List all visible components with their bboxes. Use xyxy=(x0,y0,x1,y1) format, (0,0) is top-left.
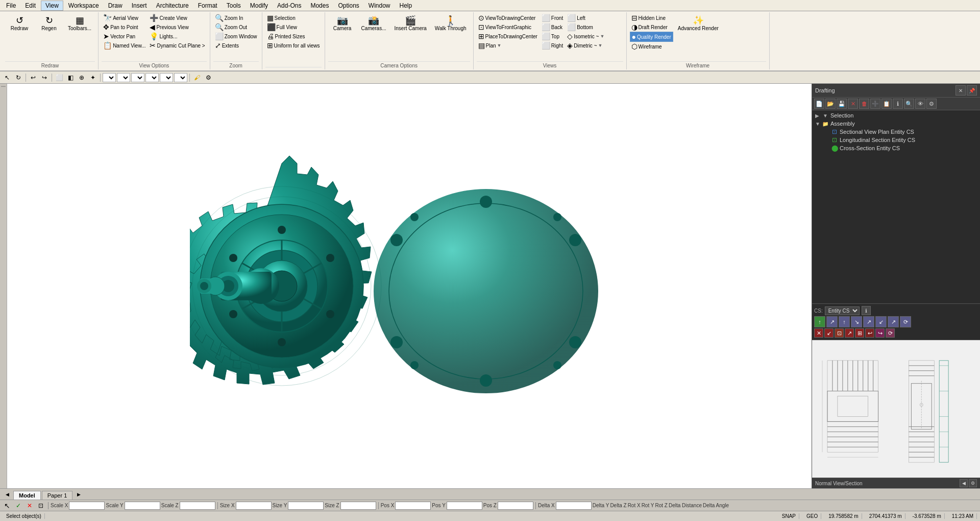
btn-aerial-view[interactable]: 🔭 Aerial View xyxy=(102,13,147,22)
btn-vector-pan[interactable]: ➤ Vector Pan xyxy=(102,32,147,41)
tf-pos-y-input[interactable] xyxy=(447,502,482,510)
btn-right[interactable]: ⬜ Right xyxy=(540,41,565,50)
btn-dynamic-cut-plane[interactable]: ✂ Dynamic Cut Plane > xyxy=(148,41,206,50)
tf-select-btn[interactable]: ↖ xyxy=(2,501,12,511)
btn-quality-render[interactable]: ● Quality Render xyxy=(630,32,673,42)
cs-red-3[interactable]: ⊡ xyxy=(835,328,844,338)
btn-full-view[interactable]: ⬛ Full View xyxy=(265,22,322,32)
cs-icon-4[interactable]: ↘ xyxy=(851,316,862,327)
btn-camera[interactable]: 📷 Camera xyxy=(328,13,357,34)
tb-extra[interactable]: ✦ xyxy=(88,73,98,83)
menu-workspace[interactable]: Workspace xyxy=(64,1,103,10)
btn-selection[interactable]: ▦ Selection xyxy=(265,13,322,22)
nv-settings-btn[interactable]: ⚙ xyxy=(969,479,977,487)
menu-help[interactable]: Help xyxy=(396,1,416,10)
btn-hidden-line[interactable]: ⊟ Hidden Line xyxy=(630,13,673,22)
tb-select-arrow[interactable]: ↖ xyxy=(2,73,12,83)
btn-front[interactable]: ⬜ Front xyxy=(540,13,565,22)
tb-layers[interactable]: ◧ xyxy=(65,73,76,83)
tf-scale-x-input[interactable] xyxy=(69,502,105,510)
menu-tools[interactable]: Tools xyxy=(223,1,245,10)
viewport[interactable] xyxy=(7,84,812,488)
menu-draw[interactable]: Draw xyxy=(104,1,127,10)
tf-cancel-btn[interactable]: ✕ xyxy=(24,501,35,511)
tb-paint[interactable]: 🖌 xyxy=(192,73,202,83)
tf-size-z-input[interactable] xyxy=(340,502,376,510)
dropdown-1[interactable] xyxy=(103,73,116,82)
btn-zoom-out[interactable]: 🔍 Zoom Out xyxy=(213,22,259,32)
cs-info-btn[interactable]: ℹ xyxy=(862,306,871,315)
tf-delta-x-input[interactable] xyxy=(556,502,592,510)
tf-scale-y-input[interactable] xyxy=(125,502,160,510)
rp-filter-btn[interactable]: 🔍 xyxy=(904,99,914,109)
tab-arrow-left[interactable]: ◀ xyxy=(2,489,12,500)
btn-named-view[interactable]: 📋 Named View... xyxy=(102,41,147,50)
cs-icon-5[interactable]: ↗ xyxy=(863,316,874,327)
rp-open-btn[interactable]: 📂 xyxy=(825,99,836,109)
tb-gear-settings[interactable]: ⚙ xyxy=(203,73,213,83)
btn-create-view[interactable]: ➕ Create View xyxy=(148,13,206,22)
cs-icon-6[interactable]: ↙ xyxy=(875,316,887,327)
btn-regen[interactable]: ↻ Regen xyxy=(35,13,63,34)
btn-pan-to-point[interactable]: ✥ Pan to Point xyxy=(102,22,147,32)
btn-insert-camera[interactable]: 🎬 Insert Camera xyxy=(391,13,430,34)
tree-item-assembly[interactable]: ▼ 📁 Assembly xyxy=(813,120,979,128)
btn-redraw[interactable]: ↺ Redraw xyxy=(5,13,34,34)
tab-arrow-right[interactable]: ▶ xyxy=(74,489,84,500)
rp-add-btn[interactable]: ➕ xyxy=(870,99,880,109)
rp-new-btn[interactable]: 📄 xyxy=(814,99,824,109)
btn-back[interactable]: ⬜ Back xyxy=(540,22,565,32)
btn-plan[interactable]: ▤ Plan ▼ xyxy=(477,41,539,50)
rp-save-btn[interactable]: 💾 xyxy=(837,99,847,109)
tf-size-x-input[interactable] xyxy=(236,502,272,510)
cs-icon-3[interactable]: ↑ xyxy=(839,316,850,327)
menu-modify[interactable]: Modify xyxy=(246,1,272,10)
btn-view-to-front[interactable]: ⊡ ViewToFrontGraphic xyxy=(477,22,539,32)
menu-architecture[interactable]: Architecture xyxy=(152,1,193,10)
panel-close-btn[interactable]: ✕ xyxy=(955,85,966,96)
btn-zoom-in[interactable]: 🔍 Zoom In xyxy=(213,13,259,22)
tree-item-longitudinal[interactable]: ⊡ Longitudinal Section Entity CS xyxy=(813,136,979,144)
btn-lights[interactable]: 💡 Lights... xyxy=(148,32,206,41)
btn-zoom-window[interactable]: ⬜ Zoom Window xyxy=(213,32,259,41)
menu-window[interactable]: Window xyxy=(364,1,395,10)
btn-extents[interactable]: ⤢ Extents xyxy=(213,41,259,50)
cs-red-7[interactable]: ↪ xyxy=(875,328,885,338)
cs-red-2[interactable]: ↙ xyxy=(824,328,834,338)
menu-file[interactable]: File xyxy=(2,1,20,10)
btn-place-to-drawing[interactable]: ⊞ PlaceToDrawingCenter xyxy=(477,32,539,41)
tab-paper1[interactable]: Paper 1 xyxy=(42,491,73,500)
btn-left[interactable]: ⬜ Left xyxy=(566,13,606,22)
dropdown-5[interactable] xyxy=(160,73,173,82)
btn-view-to-drawing-center[interactable]: ⊙ ViewToDrawingCenter xyxy=(477,13,539,22)
btn-uniform-views[interactable]: ⊞ Uniform for all views xyxy=(265,41,322,50)
tab-model[interactable]: Model xyxy=(13,491,41,500)
rp-delete-red-btn[interactable]: 🗑 xyxy=(859,99,869,109)
tf-pos-x-input[interactable] xyxy=(395,502,431,510)
cs-red-8[interactable]: ⟳ xyxy=(886,328,895,338)
tb-rectangle[interactable]: ⬜ xyxy=(54,73,64,83)
btn-cameras[interactable]: 📸 Cameras... xyxy=(358,13,390,34)
rp-view-btn[interactable]: 👁 xyxy=(915,99,925,109)
rp-props-btn[interactable]: ℹ xyxy=(893,99,903,109)
btn-advanced-render[interactable]: ✨ Advanced Render xyxy=(674,13,722,34)
tb-rotate[interactable]: ↻ xyxy=(13,73,23,83)
cs-red-5[interactable]: ⊞ xyxy=(855,328,864,338)
btn-walk-through[interactable]: 🚶 Walk Through xyxy=(431,13,470,34)
menu-insert[interactable]: Insert xyxy=(128,1,151,10)
tf-pos-z-input[interactable] xyxy=(498,502,533,510)
tb-redo[interactable]: ↪ xyxy=(39,73,50,83)
dropdown-2[interactable] xyxy=(117,73,130,82)
btn-dimetric[interactable]: ◈ Dimetric ~ ▼ xyxy=(566,41,606,50)
tf-scale-z-input[interactable] xyxy=(180,502,215,510)
dropdown-4[interactable] xyxy=(145,73,159,82)
tb-snap[interactable]: ⊕ xyxy=(77,73,87,83)
menu-modes[interactable]: Modes xyxy=(306,1,333,10)
tf-size-y-input[interactable] xyxy=(288,502,324,510)
btn-wireframe[interactable]: ⬡ Wireframe xyxy=(630,42,673,51)
rp-delete-btn[interactable]: ✕ xyxy=(848,99,858,109)
menu-addons[interactable]: Add-Ons xyxy=(273,1,305,10)
rp-settings-btn[interactable]: ⚙ xyxy=(926,99,937,109)
cs-icon-7[interactable]: ↗ xyxy=(888,316,899,327)
tree-item-selection[interactable]: ▶ ▼ Selection xyxy=(813,111,979,120)
